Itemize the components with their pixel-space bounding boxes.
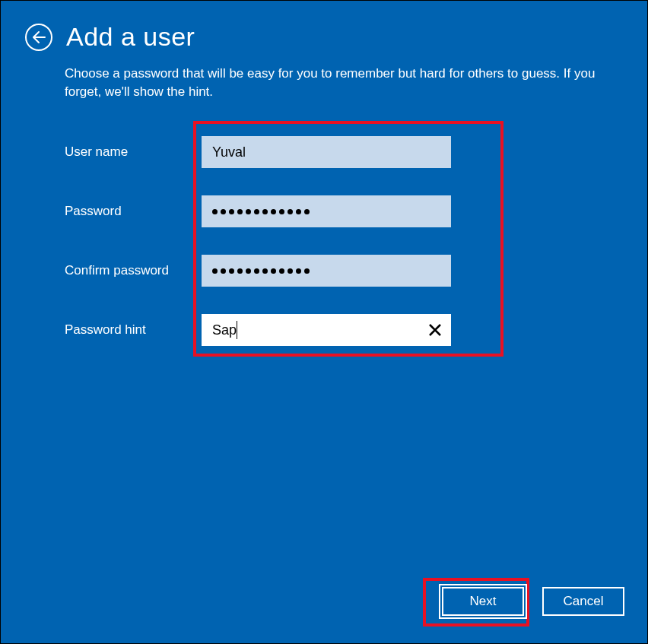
next-button[interactable]: Next xyxy=(442,587,524,616)
password-input[interactable] xyxy=(202,195,451,227)
username-label: User name xyxy=(65,144,202,160)
password-label: Password xyxy=(65,204,202,219)
confirm-password-label: Confirm password xyxy=(65,263,202,278)
clear-hint-button[interactable] xyxy=(419,314,451,346)
cancel-button[interactable]: Cancel xyxy=(542,587,624,616)
add-user-form: User name Password Confirm password Pass… xyxy=(65,122,582,360)
back-arrow-icon xyxy=(32,30,46,44)
text-caret xyxy=(237,321,237,339)
password-hint-input[interactable] xyxy=(202,314,451,346)
confirm-password-input[interactable] xyxy=(202,255,451,287)
back-button[interactable] xyxy=(25,24,52,51)
username-input[interactable] xyxy=(202,136,451,168)
close-icon xyxy=(428,323,442,337)
page-description: Choose a password that will be easy for … xyxy=(65,65,620,101)
page-title: Add a user xyxy=(66,22,195,52)
password-hint-label: Password hint xyxy=(65,322,202,338)
